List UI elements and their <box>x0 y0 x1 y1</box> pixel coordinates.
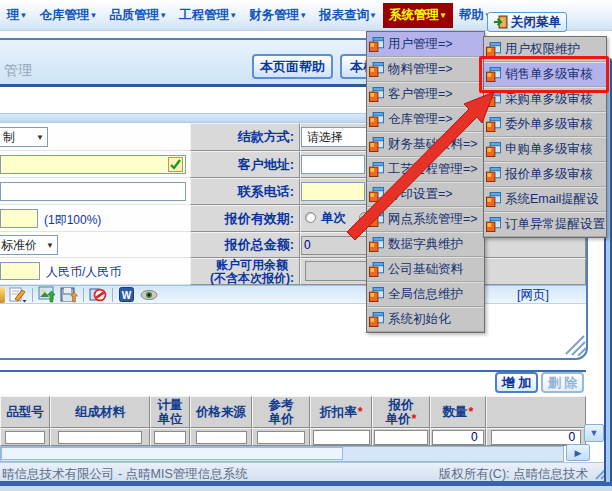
window-icon <box>486 92 501 107</box>
system-menu-item-0[interactable]: 用户管理=> <box>367 32 484 57</box>
menu-item-label: 客户管理=> <box>388 86 453 103</box>
system-menu-item-8[interactable]: 数据字典维护 <box>367 232 484 257</box>
price-source-select[interactable]: 标准价▼ <box>0 235 58 255</box>
quote-valid-label: 报价有效期: <box>225 210 294 228</box>
audit-submenu-item-1[interactable]: 销售单多级审核 <box>484 62 606 87</box>
customer-address-input[interactable] <box>301 155 365 174</box>
window-icon <box>369 262 384 277</box>
system-menu-item-6[interactable]: 打印设置=> <box>367 182 484 207</box>
audit-submenu-item-4[interactable]: 申购单多级审核 <box>484 137 606 162</box>
system-menu-item-7[interactable]: 网点系统管理=> <box>367 207 484 232</box>
panel-resize-grip[interactable] <box>556 334 586 356</box>
quote-valid-once-radio[interactable] <box>305 212 316 223</box>
quote-valid-once-label: 单次 <box>321 210 346 227</box>
form-label-cell: 联系电话: <box>190 178 300 205</box>
window-icon <box>369 312 384 327</box>
menubar-item-2[interactable]: 品质管理▼ <box>103 3 173 28</box>
column-header-1: 组成材料 <box>50 396 150 428</box>
row-cell-5 <box>310 428 372 446</box>
menubar-item-0[interactable]: 理▼ <box>1 3 33 28</box>
window-icon <box>369 237 384 252</box>
window-icon <box>369 137 384 152</box>
close-menu-button[interactable]: 关闭菜单 <box>487 12 567 32</box>
menu-item-label: 用户权限维护 <box>505 41 580 58</box>
picker-check-icon[interactable] <box>168 157 183 172</box>
scroll-down-button[interactable]: ▼ <box>584 424 604 442</box>
status-bar: 晴信息技术有限公司 - 点晴MIS管理信息系统 版权所有(C): 点晴信息技术 <box>0 462 612 481</box>
contact-phone-input[interactable] <box>301 182 365 201</box>
row-input-8[interactable]: 0 <box>491 430 581 445</box>
row-field-1[interactable] <box>58 431 141 444</box>
audit-submenu-item-7[interactable]: 订单异常提醒设置 <box>484 212 606 237</box>
column-header-5: 折扣率* <box>310 396 372 428</box>
window-icon <box>486 67 501 82</box>
scroll-right-button[interactable]: ▶ <box>566 444 590 461</box>
discount-ratio-input[interactable] <box>0 209 38 228</box>
system-menu-item-1[interactable]: 物料管理=> <box>367 57 484 82</box>
row-input-5[interactable] <box>313 430 370 445</box>
preview-eye-icon[interactable] <box>140 286 158 303</box>
row-field-0[interactable] <box>5 431 46 444</box>
page-help-button[interactable]: 本页面帮助 <box>252 54 333 79</box>
menubar-item-3[interactable]: 工程管理▼ <box>173 3 243 28</box>
add-row-button[interactable]: 增 加 <box>495 372 538 393</box>
edit-icon[interactable] <box>9 286 27 303</box>
window-icon <box>369 162 384 177</box>
system-menu-item-4[interactable]: 财务基础资料=> <box>367 132 484 157</box>
audit-submenu-item-6[interactable]: 系统Email提醒设 <box>484 187 606 212</box>
audit-submenu-item-3[interactable]: 委外单多级审核 <box>484 112 606 137</box>
form-label-cell: 结款方式: <box>190 123 300 151</box>
menu-item-label: 系统Email提醒设 <box>505 191 599 208</box>
system-menu-item-5[interactable]: 工艺过程管理=> <box>367 157 484 182</box>
column-header-2: 计量单位 <box>150 396 190 428</box>
system-menu-item-10[interactable]: 全局信息维护 <box>367 282 484 307</box>
chevron-down-icon: ▼ <box>299 11 307 20</box>
word-icon[interactable]: W <box>118 286 136 303</box>
horizontal-scrollbar-thumb[interactable] <box>1 447 343 460</box>
block-icon[interactable] <box>89 286 107 303</box>
customer-name-input[interactable] <box>0 155 186 174</box>
web-page-link[interactable]: [网页] <box>517 287 549 304</box>
currency-note: 人民币/人民币 <box>46 264 121 281</box>
row-field-3[interactable] <box>196 431 247 444</box>
row-input-6[interactable] <box>374 430 427 445</box>
window-icon <box>369 62 384 77</box>
menu-item-label: 公司基础资料 <box>388 261 463 278</box>
system-management-menu: 用户管理=>物料管理=>客户管理=>仓库管理=>财务基础资料=>工艺过程管理=>… <box>366 31 485 333</box>
row-cell-7: 0 <box>430 428 486 446</box>
row-field-2[interactable] <box>154 431 186 444</box>
delete-row-button[interactable]: 删 除 <box>541 372 584 393</box>
menubar-item-4[interactable]: 财务管理▼ <box>243 3 313 28</box>
audit-submenu-item-5[interactable]: 报价单多级审核 <box>484 162 606 187</box>
row-cell-3 <box>190 428 252 446</box>
row-field-4[interactable] <box>257 431 305 444</box>
system-menu-item-9[interactable]: 公司基础资料 <box>367 257 484 282</box>
row-cell-2 <box>150 428 190 446</box>
menubar-item-1[interactable]: 仓库管理▼ <box>33 3 103 28</box>
partial-icon[interactable] <box>0 287 5 303</box>
column-header-3: 价格来源 <box>190 396 252 428</box>
quote-title-input[interactable] <box>0 182 186 201</box>
column-header-6: 报价单价* <box>372 396 430 428</box>
menubar-item-6[interactable]: 系统管理▼ <box>383 3 453 28</box>
window-icon <box>369 212 384 227</box>
save-export-icon[interactable] <box>60 286 78 303</box>
row-cell-4 <box>252 428 310 446</box>
image-export-icon[interactable] <box>38 286 56 303</box>
required-asterisk: * <box>412 412 417 426</box>
form-toolbar: W <box>0 285 586 304</box>
system-menu-item-3[interactable]: 仓库管理=> <box>367 107 484 132</box>
menu-item-label: 订单异常提醒设置 <box>505 216 605 233</box>
system-menu-item-2[interactable]: 客户管理=> <box>367 82 484 107</box>
audit-submenu-item-0[interactable]: 用户权限维护 <box>484 37 606 62</box>
settle-method-select[interactable]: 请选择 <box>301 127 367 147</box>
currency-input[interactable] <box>0 262 40 280</box>
row-input-7[interactable]: 0 <box>432 430 483 445</box>
quote-type-select[interactable]: 制▼ <box>0 127 48 147</box>
system-menu-item-11[interactable]: 系统初始化 <box>367 307 484 332</box>
menu-item-label: 销售单多级审核 <box>505 66 593 83</box>
audit-submenu-item-2[interactable]: 采购单多级审核 <box>484 87 606 112</box>
required-asterisk: * <box>358 405 363 419</box>
menubar-item-5[interactable]: 报表查询▼ <box>313 3 383 28</box>
app-window: 管理 本页面帮助 本机 结款方式: 客户地址: 联系电话: 报价有效期: 报价总… <box>0 0 612 491</box>
